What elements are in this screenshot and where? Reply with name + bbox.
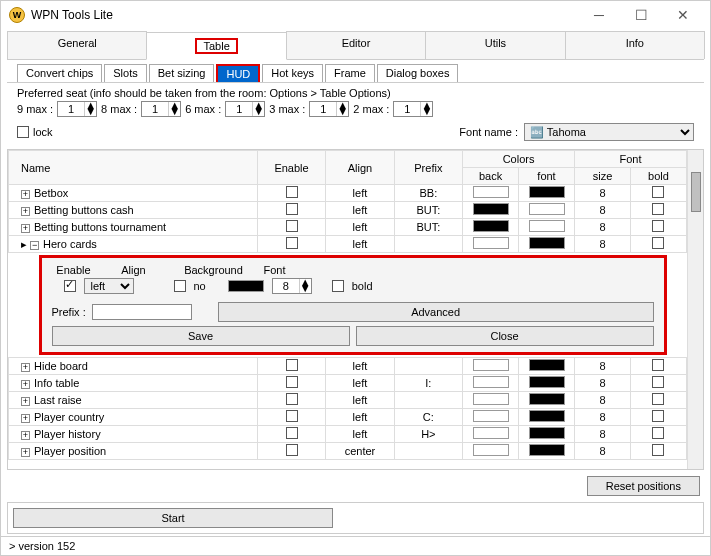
seat-spinner[interactable]: ▲▼ [225, 101, 265, 117]
row-bold-checkbox[interactable] [652, 410, 664, 422]
table-row[interactable]: +Betting buttons tournament leftBUT: 8 [9, 219, 687, 236]
expand-icon[interactable]: + [21, 363, 30, 372]
font-swatch[interactable] [529, 359, 565, 371]
row-bold-checkbox[interactable] [652, 444, 664, 456]
subtab-frame[interactable]: Frame [325, 64, 375, 82]
expand-icon[interactable]: + [21, 431, 30, 440]
edit-bold-checkbox[interactable] [332, 280, 344, 292]
row-bold-checkbox[interactable] [652, 376, 664, 388]
save-button[interactable]: Save [52, 326, 350, 346]
row-bold-checkbox[interactable] [652, 359, 664, 371]
table-row[interactable]: ▸ −Hero cards left 8 [9, 236, 687, 253]
seat-spinner[interactable]: ▲▼ [309, 101, 349, 117]
subtab-slots[interactable]: Slots [104, 64, 146, 82]
row-enable-checkbox[interactable] [286, 376, 298, 388]
row-enable-checkbox[interactable] [286, 410, 298, 422]
tab-table[interactable]: Table [146, 32, 286, 60]
font-swatch[interactable] [529, 393, 565, 405]
seat-spinner[interactable]: ▲▼ [141, 101, 181, 117]
lock-checkbox[interactable] [17, 126, 29, 138]
row-enable-checkbox[interactable] [286, 427, 298, 439]
minimize-button[interactable]: ─ [584, 7, 614, 23]
close-edit-button[interactable]: Close [356, 326, 654, 346]
row-bold-checkbox[interactable] [652, 186, 664, 198]
row-bold-checkbox[interactable] [652, 393, 664, 405]
expand-icon[interactable]: + [21, 190, 30, 199]
row-enable-checkbox[interactable] [286, 203, 298, 215]
row-enable-checkbox[interactable] [286, 359, 298, 371]
fontname-select[interactable]: 🔤 Tahoma [524, 123, 694, 141]
seat-spinner[interactable]: ▲▼ [57, 101, 97, 117]
font-swatch[interactable] [529, 186, 565, 198]
font-swatch[interactable] [529, 427, 565, 439]
row-enable-checkbox[interactable] [286, 186, 298, 198]
table-row[interactable]: +Last raise left 8 [9, 392, 687, 409]
row-bold-checkbox[interactable] [652, 427, 664, 439]
font-swatch[interactable] [529, 237, 565, 249]
row-bold-checkbox[interactable] [652, 237, 664, 249]
subtab-hud[interactable]: HUD [216, 64, 260, 82]
row-bold-checkbox[interactable] [652, 220, 664, 232]
edit-bg-checkbox[interactable] [174, 280, 186, 292]
vertical-scrollbar[interactable] [687, 150, 703, 469]
back-swatch[interactable] [473, 237, 509, 249]
start-button[interactable]: Start [13, 508, 333, 528]
edit-align-select[interactable]: left [84, 278, 134, 294]
back-swatch[interactable] [473, 220, 509, 232]
subtab-bet-sizing[interactable]: Bet sizing [149, 64, 215, 82]
back-swatch[interactable] [473, 427, 509, 439]
expand-icon[interactable]: − [30, 241, 39, 250]
back-swatch[interactable] [473, 410, 509, 422]
seat-spinner[interactable]: ▲▼ [393, 101, 433, 117]
edit-enable-checkbox[interactable] [64, 280, 76, 292]
tab-editor[interactable]: Editor [286, 31, 426, 59]
row-enable-checkbox[interactable] [286, 393, 298, 405]
edit-font-color[interactable] [228, 280, 264, 292]
subtab-dialog-boxes[interactable]: Dialog boxes [377, 64, 459, 82]
table-row[interactable]: +Player country leftC: 8 [9, 409, 687, 426]
col-size: size [575, 168, 631, 185]
table-row[interactable]: +Info table leftI: 8 [9, 375, 687, 392]
row-enable-checkbox[interactable] [286, 237, 298, 249]
font-swatch[interactable] [529, 376, 565, 388]
back-swatch[interactable] [473, 359, 509, 371]
back-swatch[interactable] [473, 376, 509, 388]
tab-general[interactable]: General [7, 31, 147, 59]
col-back: back [463, 168, 519, 185]
table-row[interactable]: +Hide board left 8 [9, 358, 687, 375]
col-fontc: font [519, 168, 575, 185]
edit-size-spinner[interactable]: ▲▼ [272, 278, 312, 294]
subtab-convert-chips[interactable]: Convert chips [17, 64, 102, 82]
expand-icon[interactable]: + [21, 380, 30, 389]
table-row[interactable]: +Betbox leftBB: 8 [9, 185, 687, 202]
back-swatch[interactable] [473, 444, 509, 456]
expand-icon[interactable]: + [21, 414, 30, 423]
expand-icon[interactable]: + [21, 207, 30, 216]
edit-panel: Enable Align Background Font left no [39, 255, 667, 355]
table-row[interactable]: +Player position center 8 [9, 443, 687, 460]
tab-info[interactable]: Info [565, 31, 705, 59]
expand-icon[interactable]: + [21, 448, 30, 457]
table-row[interactable]: +Betting buttons cash leftBUT: 8 [9, 202, 687, 219]
tab-utils[interactable]: Utils [425, 31, 565, 59]
maximize-button[interactable]: ☐ [626, 7, 656, 23]
font-swatch[interactable] [529, 444, 565, 456]
row-enable-checkbox[interactable] [286, 220, 298, 232]
expand-icon[interactable]: + [21, 224, 30, 233]
close-button[interactable]: ✕ [668, 7, 698, 23]
back-swatch[interactable] [473, 203, 509, 215]
back-swatch[interactable] [473, 186, 509, 198]
expand-icon[interactable]: + [21, 397, 30, 406]
font-swatch[interactable] [529, 220, 565, 232]
col-colors: Colors [463, 151, 575, 168]
edit-prefix-input[interactable] [92, 304, 192, 320]
back-swatch[interactable] [473, 393, 509, 405]
advanced-button[interactable]: Advanced [218, 302, 654, 322]
row-bold-checkbox[interactable] [652, 203, 664, 215]
font-swatch[interactable] [529, 410, 565, 422]
table-row[interactable]: +Player history leftH> 8 [9, 426, 687, 443]
reset-positions-button[interactable]: Reset positions [587, 476, 700, 496]
font-swatch[interactable] [529, 203, 565, 215]
row-enable-checkbox[interactable] [286, 444, 298, 456]
subtab-hot-keys[interactable]: Hot keys [262, 64, 323, 82]
